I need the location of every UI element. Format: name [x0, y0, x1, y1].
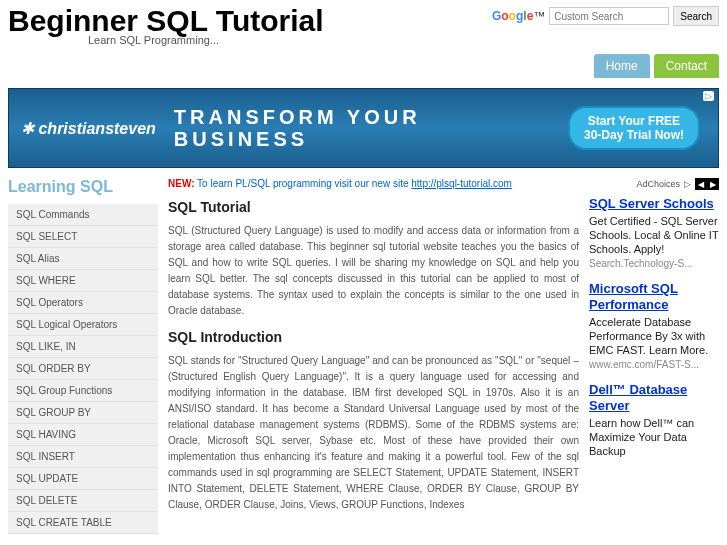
google-logo-icon: Google™: [492, 9, 545, 23]
sidebar-item[interactable]: SQL UPDATE: [8, 468, 158, 490]
adchoices-bar: AdChoices ▷ ◀ ▶: [589, 178, 719, 190]
search-input[interactable]: [549, 7, 669, 25]
right-column: AdChoices ▷ ◀ ▶ SQL Server SchoolsGet Ce…: [589, 178, 719, 534]
ad-description: Learn how Dell™ can Maximize Your Data B…: [589, 416, 719, 458]
sidebar-item[interactable]: SQL SELECT: [8, 226, 158, 248]
nav-home[interactable]: Home: [594, 54, 650, 78]
adchoices-icon: ▷: [684, 179, 691, 189]
sidebar-item[interactable]: SQL HAVING: [8, 424, 158, 446]
site-tagline: Learn SQL Programming...: [88, 34, 719, 46]
sidebar-item[interactable]: SQL Operators: [8, 292, 158, 314]
ad-banner[interactable]: ▷ ✱ christiansteven TRANSFORM YOURBUSINE…: [8, 88, 719, 168]
paragraph-intro: SQL stands for "Structured Query Languag…: [168, 353, 579, 513]
ad-block: SQL Server SchoolsGet Certified - SQL Se…: [589, 196, 719, 269]
adchoices-label[interactable]: AdChoices: [636, 179, 680, 189]
ad-block: Dell™ Database ServerLearn how Dell™ can…: [589, 382, 719, 458]
search-button[interactable]: Search: [673, 6, 719, 26]
heading-intro: SQL Introduction: [168, 329, 579, 345]
ad-url: www.emc.com/FAST-S...: [589, 359, 719, 370]
sidebar-item[interactable]: SQL INSERT: [8, 446, 158, 468]
search-bar: Google™ Search: [492, 6, 719, 26]
ad-title-link[interactable]: SQL Server Schools: [589, 196, 719, 212]
heading-tutorial: SQL Tutorial: [168, 199, 579, 215]
sidebar-item[interactable]: SQL CREATE TABLE: [8, 512, 158, 534]
ad-block: Microsoft SQL PerformanceAccelerate Data…: [589, 281, 719, 370]
nav-bar: Home Contact: [0, 46, 727, 84]
ad-description: Accelerate Database Performance By 3x wi…: [589, 315, 719, 357]
ad-url: Search.Technology-S...: [589, 258, 719, 269]
sidebar-item[interactable]: SQL WHERE: [8, 270, 158, 292]
ad-marker-icon: ▷: [703, 91, 714, 101]
sidebar-title: Learning SQL: [8, 178, 158, 196]
ad-description: Get Certified - SQL Server Schools. Loca…: [589, 214, 719, 256]
sidebar-item[interactable]: SQL DELETE: [8, 490, 158, 512]
sidebar-item[interactable]: SQL GROUP BY: [8, 402, 158, 424]
banner-message: TRANSFORM YOURBUSINESS: [174, 106, 421, 150]
sidebar-item[interactable]: SQL Commands: [8, 204, 158, 226]
sidebar-item[interactable]: SQL Alias: [8, 248, 158, 270]
banner-cta-button[interactable]: Start Your FREE30-Day Trial Now!: [568, 106, 700, 150]
ad-title-link[interactable]: Dell™ Database Server: [589, 382, 719, 414]
plsql-link[interactable]: http://plsql-tutorial.com: [411, 178, 512, 189]
paragraph-tutorial: SQL (Structured Query Language) is used …: [168, 223, 579, 319]
main-content: NEW: To learn PL/SQL programming visit o…: [168, 178, 579, 534]
ad-title-link[interactable]: Microsoft SQL Performance: [589, 281, 719, 313]
sidebar-item[interactable]: SQL Group Functions: [8, 380, 158, 402]
sidebar-item[interactable]: SQL ORDER BY: [8, 358, 158, 380]
new-notice: NEW: To learn PL/SQL programming visit o…: [168, 178, 579, 189]
nav-contact[interactable]: Contact: [654, 54, 719, 78]
sidebar-item[interactable]: SQL LIKE, IN: [8, 336, 158, 358]
sidebar-item[interactable]: SQL Logical Operators: [8, 314, 158, 336]
ad-next-icon[interactable]: ▶: [707, 178, 719, 190]
sidebar: Learning SQL SQL CommandsSQL SELECTSQL A…: [8, 178, 158, 534]
ad-prev-icon[interactable]: ◀: [695, 178, 707, 190]
banner-logo: ✱ christiansteven: [21, 119, 156, 138]
